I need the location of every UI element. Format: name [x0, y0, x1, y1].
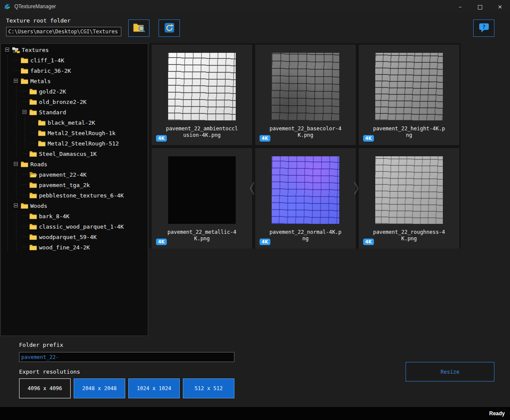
tree-item-bark_8-4K[interactable]: bark_8-4K: [1, 211, 148, 221]
tree-item-Roads[interactable]: Roads: [1, 159, 148, 169]
folder-icon: [38, 120, 47, 126]
folder-icon: [29, 234, 38, 240]
tree-item-label: black_metal-2K: [48, 120, 95, 126]
browse-folder-button[interactable]: [128, 19, 149, 37]
tree-item-pavement_22-4K[interactable]: pavement_22-4K: [1, 169, 148, 180]
texture-filename: pavement_22_height-4K.png: [373, 126, 445, 139]
texture-card[interactable]: pavement_22_normal-4K.png4K: [255, 148, 356, 249]
texture-card[interactable]: pavement_22_height-4K.png4K: [359, 45, 459, 145]
tree-item-label: Metals: [30, 78, 51, 84]
tree-indent-guide: [12, 180, 21, 190]
resize-button[interactable]: Resize: [406, 362, 494, 381]
tree-branch-line: [21, 211, 29, 221]
folder-icon: [29, 244, 38, 250]
tree-item-Textures[interactable]: Textures: [1, 45, 148, 55]
tree-item-Metal2_SteelRough-1k[interactable]: Metal2_SteelRough-1k: [1, 128, 148, 138]
tree-item-wood_fine_24-2K[interactable]: wood_fine_24-2K: [1, 242, 148, 252]
status-text: Ready: [489, 410, 505, 417]
tree-indent-guide: [3, 221, 12, 232]
tree-indent-guide: [12, 232, 21, 242]
tree-item-label: pavement_22-4K: [39, 171, 87, 178]
tree-item-pavement_tga_2k[interactable]: pavement_tga_2k: [1, 180, 148, 190]
help-button[interactable]: ?: [473, 19, 494, 37]
tree-item-label: Textures: [22, 47, 49, 53]
tree-item-Metals[interactable]: Metals: [1, 76, 148, 86]
tree-item-classic_wood_parquet_1-4K[interactable]: classic_wood_parquet_1-4K: [1, 221, 148, 232]
tree-branch-line: [21, 149, 29, 159]
tree-item-Woods[interactable]: Woods: [1, 200, 148, 211]
resolution-button-4096x4096[interactable]: 4096 x 4096: [19, 378, 71, 398]
tree-indent-guide: [3, 211, 12, 221]
window-title: QTextureManager: [14, 3, 56, 10]
tree-item-woodparquet_59-4K[interactable]: woodparquet_59-4K: [1, 232, 148, 242]
root-folder-label: Texture root folder: [6, 17, 71, 24]
tree-item-label: woodparquet_59-4K: [39, 234, 97, 240]
tree-indent-guide: [3, 128, 12, 138]
tree-indent-guide: [3, 232, 12, 242]
refresh-button[interactable]: [159, 19, 180, 37]
tree-indent-guide: [3, 86, 12, 97]
close-button[interactable]: ×: [490, 0, 510, 13]
tree-indent-guide: [3, 159, 12, 169]
tree-item-gold2-2K[interactable]: gold2-2K: [1, 86, 148, 97]
tree-branch-line: [29, 117, 38, 128]
folder-icon: [29, 88, 38, 94]
tree-item-label: wood_fine_24-2K: [39, 244, 90, 251]
tree-item-pebblestone_textures_6-4K[interactable]: pebblestone_textures_6-4K: [1, 190, 148, 200]
resolution-badge: 4K: [363, 135, 374, 142]
tree-indent-guide: [12, 128, 21, 138]
tree-item-label: classic_wood_parquet_1-4K: [39, 223, 124, 230]
root-folder-input[interactable]: [6, 27, 121, 36]
collapse-icon[interactable]: [12, 200, 21, 211]
collapse-icon[interactable]: [3, 45, 12, 55]
folder-icon: [29, 192, 38, 198]
texture-card[interactable]: pavement_22_basecolor-4K.png4K: [255, 45, 356, 145]
tree-item-cliff_1-4K[interactable]: cliff_1-4K: [1, 55, 148, 65]
texture-card[interactable]: pavement_22_roughness-4K.png4K: [359, 148, 459, 249]
tree-item-label: Steel_Damascus_1K: [39, 151, 97, 157]
maximize-button[interactable]: □: [470, 0, 490, 13]
tree-indent-guide: [3, 76, 12, 86]
tree-item-Steel_Damascus_1K[interactable]: Steel_Damascus_1K: [1, 149, 148, 159]
tree-indent-guide: [3, 180, 12, 190]
tree-item-fabric_36-2K[interactable]: fabric_36-2K: [1, 65, 148, 76]
texture-filename: pavement_22_normal-4K.png: [270, 229, 342, 242]
tree-item-black_metal-2K[interactable]: black_metal-2K: [1, 117, 148, 128]
tree-indent-guide: [3, 200, 12, 211]
folder-icon: [38, 140, 47, 146]
refresh-icon: [164, 23, 175, 34]
tree-branch-line: [21, 169, 29, 180]
tree-item-Metal2_SteelRough-512[interactable]: Metal2_SteelRough-512: [1, 138, 148, 149]
resolution-button-2048x2048[interactable]: 2048 x 2048: [74, 378, 125, 398]
export-resolutions-row: 4096 x 40962048 x 20481024 x 1024512 x 5…: [19, 378, 234, 398]
folder-icon: [21, 57, 29, 63]
texture-card[interactable]: pavement_22_ambientocclusion-4K.png4K: [152, 45, 252, 145]
tree-indent-guide: [12, 149, 21, 159]
texture-thumbnail: [375, 53, 443, 120]
scroll-left-icon[interactable]: [249, 181, 256, 197]
app-logo-icon: [4, 3, 11, 10]
resolution-button-1024x1024[interactable]: 1024 x 1024: [128, 378, 180, 398]
folder-prefix-input[interactable]: [19, 352, 234, 362]
tree-branch-line: [21, 232, 29, 242]
tree-indent-guide: [3, 169, 12, 180]
texture-filename: pavement_22_basecolor-4K.png: [270, 126, 342, 139]
tree-indent-guide: [12, 190, 21, 200]
folder-icon: [21, 78, 29, 84]
folder-icon: [29, 109, 38, 115]
collapse-icon[interactable]: [21, 107, 29, 117]
texture-card[interactable]: pavement_22_metallic-4K.png4K: [152, 148, 252, 249]
texture-thumbnail: [375, 156, 443, 224]
tree-item-old_bronze2-2K[interactable]: old_bronze2-2K: [1, 97, 148, 107]
tree-indent-guide: [12, 97, 21, 107]
tree-item-Standard[interactable]: Standard: [1, 107, 148, 117]
root-folder-icon: [12, 47, 21, 53]
resolution-button-512x512[interactable]: 512 x 512: [183, 378, 234, 398]
minimize-button[interactable]: –: [450, 0, 470, 13]
tree-branch-line: [21, 190, 29, 200]
collapse-icon[interactable]: [12, 159, 21, 169]
collapse-icon[interactable]: [12, 76, 21, 86]
scroll-right-icon[interactable]: [353, 181, 360, 197]
folder-tree: Texturescliff_1-4Kfabric_36-2KMetalsgold…: [0, 43, 148, 336]
tree-branch-line: [21, 180, 29, 190]
